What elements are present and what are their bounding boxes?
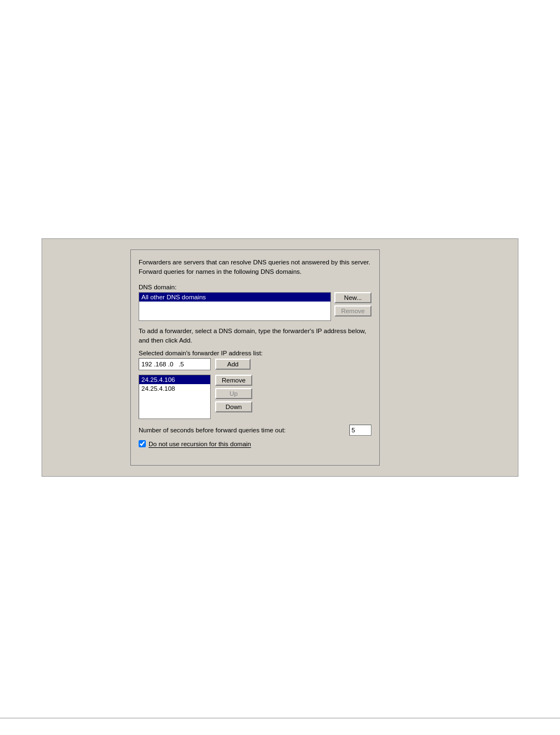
dns-domain-item-1 (139, 302, 330, 314)
timeout-input[interactable] (349, 425, 371, 436)
recursion-checkbox-row: Do not use recursion for this domain (139, 440, 371, 447)
dns-domain-list[interactable]: All other DNS domains (139, 292, 331, 321)
ip-list-buttons: Remove Up Down (215, 375, 252, 412)
remove-bottom-button[interactable]: Remove (215, 375, 252, 386)
ip-address-list-label: Selected domain's forwarder IP address l… (139, 350, 371, 356)
dns-domain-item-0[interactable]: All other DNS domains (139, 293, 330, 302)
ip-list[interactable]: 24.25.4.106 24.25.4.108 (139, 375, 211, 419)
remove-top-button[interactable]: Remove (334, 305, 371, 317)
instruction-text: To add a forwarder, select a DNS domain,… (139, 326, 371, 346)
new-button[interactable]: New... (334, 292, 371, 303)
ip-list-item-1[interactable]: 24.25.4.108 (139, 384, 210, 393)
timeout-label: Number of seconds before forward queries… (139, 427, 345, 433)
timeout-row: Number of seconds before forward queries… (139, 425, 371, 436)
ip-list-section: 24.25.4.106 24.25.4.108 Remove Up Down (139, 375, 371, 419)
recursion-checkbox[interactable] (139, 440, 146, 447)
ip-input-row: Add (139, 358, 371, 370)
add-button[interactable]: Add (215, 359, 251, 370)
dns-domain-section: All other DNS domains New... Remove (139, 292, 371, 321)
bottom-divider (0, 718, 560, 718)
dialog-box: Forwarders are servers that can resolve … (130, 249, 380, 466)
recursion-label: Do not use recursion for this domain (149, 441, 251, 447)
dns-domain-buttons: New... Remove (334, 292, 371, 317)
up-button[interactable]: Up (215, 388, 252, 399)
ip-list-item-0[interactable]: 24.25.4.106 (139, 375, 210, 384)
description-text: Forwarders are servers that can resolve … (139, 258, 371, 277)
dns-domain-label: DNS domain: (139, 284, 371, 290)
ip-input[interactable] (139, 358, 211, 370)
down-button[interactable]: Down (215, 401, 252, 412)
